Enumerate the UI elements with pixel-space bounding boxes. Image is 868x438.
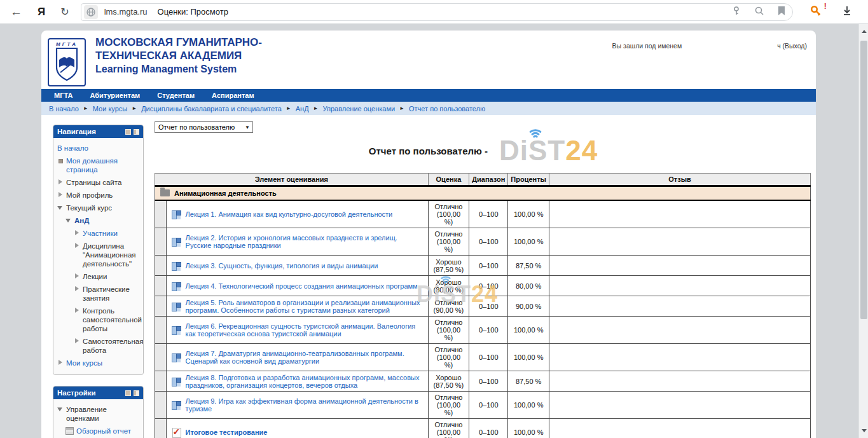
browser-bar: ← Я ↻ lms.mgta.ru Оценки: Просмотр: [0, 0, 868, 24]
grade-value: Хорошо (87,50 %): [428, 256, 469, 276]
refresh-icon[interactable]: ↻: [60, 7, 69, 17]
breadcrumb-link[interactable]: Отчет по пользователю: [409, 105, 485, 113]
range-value: 0–100: [469, 228, 508, 256]
tree-toggle-icon[interactable]: [74, 273, 79, 279]
navigation-block: Навигация В начало: [53, 125, 144, 375]
grade-item-link[interactable]: Лекция 8. Подготовка и разработка анимац…: [186, 374, 420, 389]
sidebar-nav-item[interactable]: Мои курсы: [57, 357, 141, 369]
grade-item-link[interactable]: Лекция 3. Сущность, функция, типология и…: [186, 262, 378, 270]
page-scrollbar[interactable]: [858, 24, 868, 438]
grade-item-link[interactable]: Лекция 9. Игра как эффективная форма ани…: [186, 397, 418, 413]
table-row: Лекция 7. Драматургия анимационно-театра…: [155, 344, 811, 371]
range-value: 0–100: [469, 256, 508, 276]
yandex-logo-icon[interactable]: Я: [38, 6, 45, 18]
sidebar-nav-item[interactable]: Самостоятельная работа: [57, 335, 141, 357]
breadcrumb-separator-icon: ►: [132, 106, 137, 111]
range-value: 0–100: [469, 392, 508, 419]
sidebar-nav-item[interactable]: Мой профиль: [57, 189, 141, 202]
tree-toggle-icon[interactable]: [65, 217, 71, 223]
scroll-thumb[interactable]: [860, 41, 867, 319]
tree-toggle-icon[interactable]: [74, 230, 79, 236]
lesson-icon: [172, 261, 181, 270]
breadcrumb-link[interactable]: Управление оценками: [323, 105, 396, 113]
feedback-cell: [549, 256, 811, 276]
indent-cell: [155, 276, 167, 296]
grade-item-link[interactable]: Лекция 7. Драматургия анимационно-театра…: [186, 350, 404, 365]
range-value: 0–100: [469, 200, 508, 228]
tree-toggle-icon[interactable]: [57, 179, 63, 185]
tree-toggle-icon[interactable]: [74, 286, 79, 292]
sidebar-nav-item[interactable]: Страницы сайта: [57, 176, 141, 189]
lesson-icon: [172, 302, 181, 311]
tree-toggle-icon[interactable]: [57, 360, 63, 366]
navigation-block-header: Навигация: [53, 125, 143, 138]
grade-item-link[interactable]: Лекция 2. История и хронология массовых …: [186, 234, 397, 249]
dock-block-icon[interactable]: [134, 129, 139, 135]
indent-cell: [155, 371, 167, 392]
range-value: 0–100: [469, 296, 508, 317]
sidebar-nav-item[interactable]: Моя домашняя страница: [57, 154, 141, 176]
percent-value: 100,00 %: [508, 392, 549, 419]
percent-value: 100,00 %: [508, 317, 549, 344]
grade-item-link[interactable]: Лекция 6. Рекреационная сущность туристс…: [186, 322, 416, 338]
collapse-block-icon[interactable]: [125, 129, 131, 135]
sidebar-nav-item[interactable]: Контроль самостоятельной работы: [57, 305, 141, 335]
top-menu-item[interactable]: Аспирантам: [212, 92, 254, 99]
top-menu-item[interactable]: МГТА: [54, 92, 72, 99]
address-bar[interactable]: lms.mgta.ru Оценки: Просмотр: [81, 3, 793, 21]
sidebar-nav-item[interactable]: Лекции: [57, 270, 141, 283]
top-menu-item[interactable]: Студентам: [157, 92, 195, 99]
percent-value: 100,00 %: [508, 419, 549, 438]
scroll-down-icon[interactable]: [859, 426, 868, 435]
scroll-up-icon[interactable]: [859, 27, 868, 36]
tree-toggle-icon[interactable]: [57, 192, 63, 198]
sidebar-nav-item[interactable]: В начало: [57, 142, 141, 154]
feedback-cell: [549, 296, 811, 317]
breadcrumb-link[interactable]: В начало: [49, 105, 79, 113]
tree-toggle-icon[interactable]: [57, 158, 63, 163]
url-text[interactable]: lms.mgta.ru: [104, 7, 148, 17]
tree-toggle-icon[interactable]: [74, 308, 79, 313]
top-menu-item[interactable]: Абитуриентам: [90, 92, 140, 99]
sidebar-nav-item[interactable]: Текущий курс: [57, 202, 141, 214]
sidebar-settings-item[interactable]: Управление оценками: [57, 403, 141, 425]
breadcrumb-separator-icon: ►: [286, 106, 291, 111]
grade-value: Хорошо (87,50 %): [428, 371, 469, 392]
page-title: Отчет по пользователю -: [369, 146, 488, 156]
bookmark-icon[interactable]: [777, 6, 786, 18]
sidebar-nav-item[interactable]: Участники: [57, 227, 141, 240]
lms-subtitle: Learning Managment System: [95, 62, 262, 76]
tree-toggle-icon[interactable]: [74, 338, 79, 344]
sidebar-nav-item[interactable]: АнД: [57, 214, 141, 227]
download-icon[interactable]: [841, 5, 853, 19]
grade-item-link[interactable]: Лекция 4. Технологический процесс создан…: [186, 282, 418, 290]
grade-item-link[interactable]: Итоговое тестирование: [186, 428, 268, 436]
back-icon[interactable]: ←: [10, 6, 22, 18]
logout-link[interactable]: ч (Выход): [777, 42, 807, 50]
tree-toggle-icon[interactable]: [57, 205, 63, 210]
tree-toggle-icon[interactable]: [74, 243, 79, 249]
indent-cell: [155, 317, 167, 344]
zoom-page-icon[interactable]: [754, 6, 764, 18]
indent-cell: [155, 200, 167, 228]
breadcrumb-link[interactable]: Мои курсы: [93, 105, 127, 113]
sidebar-nav-item[interactable]: Практические занятия: [57, 283, 141, 305]
feedback-cell: [549, 371, 811, 392]
grade-item-link[interactable]: Лекция 1. Анимация как вид культурно-дос…: [186, 210, 393, 218]
breadcrumb-separator-icon: ►: [399, 106, 404, 111]
collapse-block-icon[interactable]: [125, 390, 131, 396]
sidebar-settings-item[interactable]: Обзорный отчет: [57, 425, 141, 437]
grade-value: Отлично (100,00 %): [428, 200, 469, 228]
dist24-watermark: DiST24: [499, 135, 598, 167]
quiz-icon: [172, 428, 181, 437]
key-icon[interactable]: [731, 6, 741, 18]
login-status: Вы зашли под именемч (Выход): [612, 42, 807, 50]
password-alert-icon[interactable]: !: [809, 4, 822, 20]
report-type-select[interactable]: Отчет по пользователю ▼: [155, 121, 253, 133]
grade-item-link[interactable]: Лекция 5. Роль аниматоров в организации …: [186, 299, 420, 314]
breadcrumb-link[interactable]: АнД: [296, 105, 309, 113]
breadcrumb-link[interactable]: Дисциплины бакалавриата и специалитета: [141, 105, 282, 113]
sidebar-nav-item[interactable]: Дисциплина "Анимационная деятельность": [57, 240, 141, 270]
dock-block-icon[interactable]: [134, 390, 139, 396]
settings-block-header: Настройки: [53, 387, 143, 399]
